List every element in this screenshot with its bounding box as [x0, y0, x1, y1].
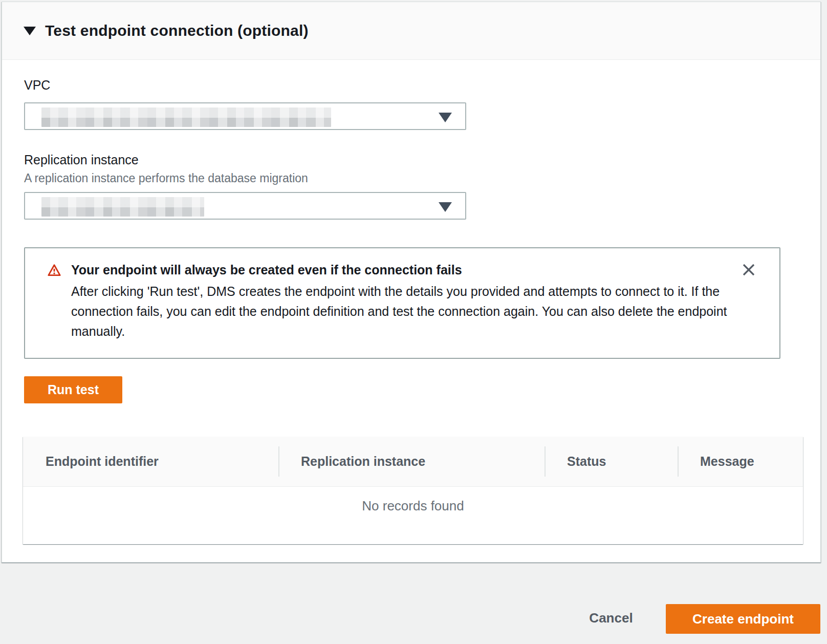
- column-header-message[interactable]: Message: [678, 437, 803, 486]
- replication-instance-label: Replication instance: [24, 153, 139, 167]
- table-empty-state: No records found: [23, 487, 803, 544]
- warning-title: Your endpoint will always be created eve…: [71, 263, 462, 277]
- replication-instance-select[interactable]: [24, 192, 466, 220]
- replication-instance-description: A replication instance performs the data…: [24, 171, 308, 185]
- vpc-select[interactable]: [24, 102, 466, 130]
- column-header-replication-instance[interactable]: Replication instance: [278, 437, 545, 486]
- test-endpoint-connection-card: Test endpoint connection (optional) VPC …: [2, 2, 821, 563]
- create-endpoint-button[interactable]: Create endpoint: [666, 604, 820, 634]
- collapse-caret-icon: [24, 27, 36, 35]
- close-icon[interactable]: [741, 262, 757, 278]
- test-results-table: Endpoint identifier Replication instance…: [23, 437, 803, 544]
- warning-alert: Your endpoint will always be created eve…: [24, 247, 780, 359]
- chevron-down-icon: [439, 202, 452, 212]
- warning-triangle-icon: [47, 263, 62, 277]
- replication-instance-selected-value-redacted: [41, 197, 204, 217]
- column-header-status[interactable]: Status: [545, 437, 678, 486]
- run-test-button[interactable]: Run test: [24, 376, 122, 403]
- dms-create-endpoint-page: Test endpoint connection (optional) VPC …: [0, 0, 827, 644]
- chevron-down-icon: [439, 113, 452, 122]
- column-header-endpoint-identifier[interactable]: Endpoint identifier: [23, 437, 278, 486]
- vpc-selected-value-redacted: [41, 108, 331, 127]
- table-header-row: Endpoint identifier Replication instance…: [23, 437, 803, 487]
- warning-body: After clicking 'Run test', DMS creates t…: [71, 282, 736, 341]
- vpc-label: VPC: [24, 78, 50, 93]
- section-header-toggle[interactable]: Test endpoint connection (optional): [2, 2, 820, 60]
- cancel-button[interactable]: Cancel: [587, 610, 635, 626]
- section-title: Test endpoint connection (optional): [45, 22, 309, 39]
